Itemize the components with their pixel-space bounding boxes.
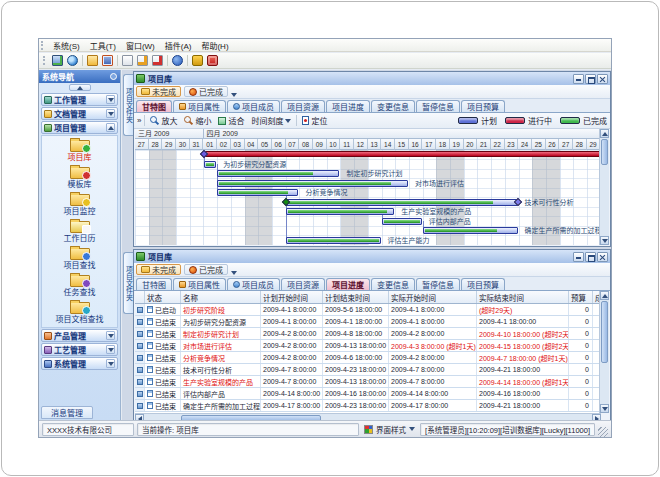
- table-row[interactable]: 已结束生产实验室规模的产品2009-4-7 8:00:002009-4-13 1…: [135, 376, 601, 388]
- scroll-thumb[interactable]: [601, 301, 608, 363]
- tab-1[interactable]: 项目属性: [173, 100, 226, 112]
- filter-more-button[interactable]: [231, 83, 237, 101]
- time-scale-button[interactable]: 时间刻度: [249, 114, 293, 127]
- table-row[interactable]: 已结束确定生产所需的加工过程2009-4-17 8:00:002009-4-23…: [135, 400, 601, 412]
- table-row[interactable]: 已启动初步研究阶段2009-4-1 8:00:002009-5-6 18:00:…: [135, 304, 601, 316]
- tab-4[interactable]: 项目进度: [326, 278, 370, 290]
- sidebar-item-4[interactable]: 项目查找: [42, 245, 117, 272]
- sidebar-item-2[interactable]: 项目监控: [42, 191, 117, 218]
- project-folder-tab[interactable]: 项目文件夹: [123, 252, 133, 314]
- zoom-out-button[interactable]: 缩小: [182, 114, 213, 127]
- minimize-button[interactable]: [573, 74, 584, 84]
- column-header-2[interactable]: 名称: [181, 291, 261, 303]
- gantt-bar-4[interactable]: [217, 189, 298, 196]
- tab-4[interactable]: 项目进度: [326, 100, 370, 112]
- tab-0[interactable]: 甘特图: [136, 100, 172, 112]
- sidebar-group-0[interactable]: 工作管理: [41, 93, 118, 106]
- toolbar-computer-icon-button[interactable]: [50, 54, 65, 68]
- toolbar-folder-icon-button[interactable]: [85, 54, 100, 68]
- sidebar-item-6[interactable]: 项目文档查找: [42, 299, 117, 326]
- sidebar-group-toggle[interactable]: [106, 331, 115, 340]
- sidebar-group-4[interactable]: 工艺管理: [41, 343, 118, 356]
- gantt-vertical-scrollbar[interactable]: [599, 129, 609, 245]
- tab-5[interactable]: 变更信息: [371, 278, 415, 290]
- gantt-bar-0[interactable]: [204, 151, 602, 157]
- sidebar-group-toggle[interactable]: [106, 345, 115, 354]
- interface-style-button[interactable]: 界面样式: [362, 424, 417, 435]
- table-row[interactable]: 已结束为初步研究分配资源2009-4-1 8:00:002009-4-1 18:…: [135, 316, 601, 328]
- menu-item-0[interactable]: 系统(S): [48, 40, 85, 51]
- sidebar-group-toggle[interactable]: [106, 359, 115, 368]
- table-row[interactable]: 已结束技术可行性分析2009-4-7 8:00:002009-4-23 18:0…: [135, 364, 601, 376]
- tab-2[interactable]: 项目成员: [227, 100, 280, 112]
- column-header-0[interactable]: [135, 291, 145, 303]
- sidebar-item-1[interactable]: 模板库: [42, 164, 117, 191]
- toolbar-overflow-button[interactable]: »: [137, 116, 141, 125]
- table-row[interactable]: 已结束评估内部产品2009-4-14 8:00:002009-4-16 18:0…: [135, 388, 601, 400]
- tab-0[interactable]: 甘特图: [136, 278, 172, 290]
- scroll-down-button[interactable]: [600, 236, 609, 245]
- filter-tab-1[interactable]: 已完成: [184, 264, 228, 275]
- filter-tab-0[interactable]: 未完成: [136, 264, 181, 275]
- gantt-bar-8[interactable]: [423, 227, 518, 234]
- gantt-bar-6[interactable]: [286, 208, 395, 215]
- filter-tab-0[interactable]: 未完成: [136, 86, 181, 97]
- sidebar-group-toggle[interactable]: [106, 109, 115, 118]
- toolbar-lock-icon-button[interactable]: [190, 54, 205, 68]
- sidebar-collapse-button[interactable]: [69, 84, 91, 91]
- locate-button[interactable]: 定位: [300, 114, 329, 127]
- gantt-bar-2[interactable]: [217, 170, 339, 177]
- sidebar-group-toggle[interactable]: [106, 95, 115, 104]
- table-row[interactable]: 已结束制定初步研究计划2009-4-2 8:00:002009-4-8 18:0…: [135, 328, 601, 340]
- column-header-5[interactable]: 实际开始时间: [389, 291, 477, 303]
- gantt-bar-5[interactable]: [286, 199, 518, 206]
- toolbar-help-icon-button[interactable]: [170, 54, 185, 68]
- column-header-7[interactable]: 预算: [569, 291, 593, 303]
- pin-icon[interactable]: [110, 73, 117, 80]
- sidebar-item-3[interactable]: 工作日历: [42, 218, 117, 245]
- tab-6[interactable]: 暂停信息: [416, 100, 460, 112]
- table-row[interactable]: 已结束对市场进行评估2009-4-2 8:00:002009-4-13 18:0…: [135, 340, 601, 352]
- close-button[interactable]: [597, 74, 608, 84]
- toolbar-globe-icon-button[interactable]: [65, 54, 80, 68]
- gantt-bar-3[interactable]: [217, 180, 408, 187]
- resize-grip-icon[interactable]: [598, 427, 608, 437]
- tab-7[interactable]: 项目预算: [461, 100, 505, 112]
- sidebar-group-5[interactable]: 系统管理: [41, 357, 118, 370]
- toolbar-mail-delete-icon-button[interactable]: [150, 54, 165, 68]
- menu-item-1[interactable]: 工具(T): [85, 40, 121, 51]
- scroll-thumb[interactable]: [601, 139, 608, 165]
- filter-more-button[interactable]: [231, 261, 237, 279]
- menu-item-2[interactable]: 窗口(W): [121, 40, 160, 51]
- toolbar-stop-icon-button[interactable]: [205, 54, 220, 68]
- scroll-up-button[interactable]: [600, 291, 609, 300]
- column-header-6[interactable]: 实际结束时间: [477, 291, 569, 303]
- minimize-button[interactable]: [573, 252, 584, 262]
- scroll-down-button[interactable]: [600, 404, 609, 413]
- column-header-1[interactable]: 状态: [145, 291, 181, 303]
- sidebar-item-5[interactable]: 任务查找: [42, 272, 117, 299]
- tab-2[interactable]: 项目成员: [227, 278, 280, 290]
- gantt-bar-7[interactable]: [382, 218, 422, 225]
- tab-6[interactable]: 暂停信息: [416, 278, 460, 290]
- gantt-bar-1[interactable]: [204, 161, 217, 168]
- toolbar-mail-edit-icon-button[interactable]: [135, 54, 150, 68]
- project-folder-tab[interactable]: 项目文件夹: [123, 74, 133, 136]
- table-vertical-scrollbar[interactable]: [599, 291, 609, 413]
- scroll-up-button[interactable]: [600, 129, 609, 138]
- toolbar-mail-icon-button[interactable]: [120, 54, 135, 68]
- sidebar-group-toggle[interactable]: [106, 123, 115, 132]
- close-button[interactable]: [597, 252, 608, 262]
- maximize-button[interactable]: [585, 74, 596, 84]
- column-header-4[interactable]: 计划结束时间: [323, 291, 389, 303]
- menu-item-4[interactable]: 帮助(H): [196, 40, 233, 51]
- toolbar-save-icon-button[interactable]: [100, 54, 115, 68]
- filter-tab-1[interactable]: 已完成: [184, 86, 228, 97]
- table-row[interactable]: 已结束分析竞争情况2009-4-2 8:00:002009-4-6 18:00:…: [135, 352, 601, 364]
- sidebar-item-0[interactable]: 项目库: [42, 137, 117, 164]
- zoom-in-button[interactable]: 放大: [148, 114, 179, 127]
- sidebar-group-1[interactable]: 文档管理: [41, 107, 118, 120]
- tab-5[interactable]: 变更信息: [371, 100, 415, 112]
- tab-1[interactable]: 项目属性: [173, 278, 226, 290]
- sidebar-group-3[interactable]: 产品管理: [41, 329, 118, 342]
